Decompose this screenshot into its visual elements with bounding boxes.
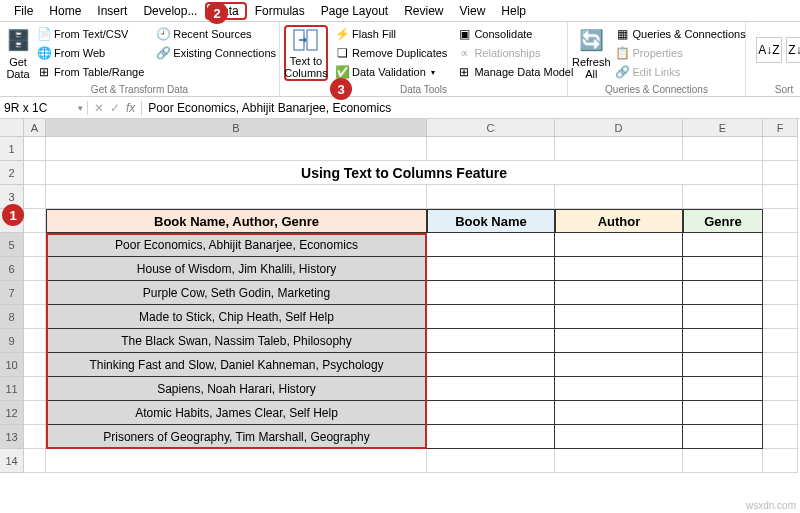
sort-az-button[interactable]: A↓Z <box>756 37 782 63</box>
consolidate-button[interactable]: ▣Consolidate <box>454 25 576 43</box>
data-cell[interactable]: Poor Economics, Abhijit Banarjee, Econom… <box>46 233 427 257</box>
data-cell[interactable]: Atomic Habits, James Clear, Self Help <box>46 401 427 425</box>
from-text-csv-button[interactable]: 📄From Text/CSV <box>34 25 147 43</box>
cell[interactable] <box>24 425 46 449</box>
row-header[interactable]: 6 <box>0 257 24 281</box>
cell[interactable] <box>683 329 763 353</box>
menu-view[interactable]: View <box>452 2 494 20</box>
cell[interactable] <box>24 161 46 185</box>
cell[interactable] <box>46 449 427 473</box>
col-header-f[interactable]: F <box>763 119 798 137</box>
queries-connections-button[interactable]: ▦Queries & Connections <box>613 25 749 43</box>
cell[interactable] <box>24 257 46 281</box>
data-cell[interactable]: Thinking Fast and Slow, Daniel Kahneman,… <box>46 353 427 377</box>
cell[interactable] <box>555 137 683 161</box>
row-header[interactable]: 12 <box>0 401 24 425</box>
data-cell[interactable]: Made to Stick, Chip Heath, Self Help <box>46 305 427 329</box>
text-to-columns-button[interactable]: Text to Columns <box>284 25 328 81</box>
manage-data-model-button[interactable]: ⊞Manage Data Model <box>454 63 576 81</box>
cell[interactable] <box>683 281 763 305</box>
table-header-e[interactable]: Genre <box>683 209 763 233</box>
edit-links-button[interactable]: 🔗Edit Links <box>613 63 749 81</box>
cell[interactable] <box>555 281 683 305</box>
cell[interactable] <box>24 185 46 209</box>
cell[interactable] <box>763 305 798 329</box>
cell[interactable] <box>46 137 427 161</box>
cell[interactable] <box>427 185 555 209</box>
chevron-down-icon[interactable]: ▾ <box>78 103 83 113</box>
cell[interactable] <box>683 257 763 281</box>
row-header[interactable]: 13 <box>0 425 24 449</box>
menu-home[interactable]: Home <box>41 2 89 20</box>
cell[interactable] <box>427 401 555 425</box>
row-header[interactable]: 14 <box>0 449 24 473</box>
get-data-button[interactable]: 🗄️ Get Data <box>4 25 32 81</box>
enter-icon[interactable]: ✓ <box>110 101 120 115</box>
remove-duplicates-button[interactable]: ❏Remove Duplicates <box>332 44 450 62</box>
menu-page-layout[interactable]: Page Layout <box>313 2 396 20</box>
cell[interactable] <box>763 353 798 377</box>
cell[interactable] <box>427 377 555 401</box>
cell[interactable] <box>763 257 798 281</box>
cell[interactable] <box>763 161 798 185</box>
menu-formulas[interactable]: Formulas <box>247 2 313 20</box>
sort-za-button[interactable]: Z↓A <box>786 37 800 63</box>
cell[interactable] <box>763 377 798 401</box>
cell[interactable] <box>24 377 46 401</box>
cell[interactable] <box>763 233 798 257</box>
cell[interactable] <box>24 353 46 377</box>
menu-file[interactable]: File <box>6 2 41 20</box>
cell[interactable] <box>24 401 46 425</box>
cell[interactable] <box>555 185 683 209</box>
from-table-range-button[interactable]: ⊞From Table/Range <box>34 63 147 81</box>
col-header-e[interactable]: E <box>683 119 763 137</box>
cell[interactable] <box>683 305 763 329</box>
cell[interactable] <box>427 425 555 449</box>
relationships-button[interactable]: ∝Relationships <box>454 44 576 62</box>
cell[interactable] <box>763 425 798 449</box>
fx-icon[interactable]: fx <box>126 101 135 115</box>
row-header[interactable]: 2 <box>0 161 24 185</box>
cell[interactable] <box>555 449 683 473</box>
cell[interactable] <box>427 329 555 353</box>
cell[interactable] <box>683 353 763 377</box>
select-all-corner[interactable] <box>0 119 24 137</box>
formula-bar[interactable]: Poor Economics, Abhijit Banarjee, Econom… <box>142 101 800 115</box>
name-box[interactable]: 9R x 1C ▾ <box>0 101 88 115</box>
properties-button[interactable]: 📋Properties <box>613 44 749 62</box>
col-header-d[interactable]: D <box>555 119 683 137</box>
cell[interactable] <box>24 233 46 257</box>
cell[interactable] <box>24 449 46 473</box>
data-cell[interactable]: Sapiens, Noah Harari, History <box>46 377 427 401</box>
col-header-a[interactable]: A <box>24 119 46 137</box>
cell[interactable] <box>555 233 683 257</box>
cell[interactable] <box>763 329 798 353</box>
cell[interactable] <box>555 353 683 377</box>
cell[interactable] <box>24 209 46 233</box>
cell[interactable] <box>427 281 555 305</box>
row-header[interactable]: 1 <box>0 137 24 161</box>
cell[interactable] <box>763 449 798 473</box>
cancel-icon[interactable]: ✕ <box>94 101 104 115</box>
cell[interactable] <box>683 233 763 257</box>
row-header[interactable]: 11 <box>0 377 24 401</box>
data-cell[interactable]: House of Wisdom, Jim Khalili, History <box>46 257 427 281</box>
recent-sources-button[interactable]: 🕘Recent Sources <box>153 25 279 43</box>
cell[interactable] <box>763 281 798 305</box>
row-header[interactable]: 10 <box>0 353 24 377</box>
row-header[interactable]: 8 <box>0 305 24 329</box>
cell[interactable] <box>555 257 683 281</box>
cell[interactable] <box>427 305 555 329</box>
cell[interactable] <box>46 185 427 209</box>
data-cell[interactable]: Prisoners of Geography, Tim Marshall, Ge… <box>46 425 427 449</box>
cell[interactable] <box>763 401 798 425</box>
existing-connections-button[interactable]: 🔗Existing Connections <box>153 44 279 62</box>
cell[interactable] <box>427 449 555 473</box>
flash-fill-button[interactable]: ⚡Flash Fill <box>332 25 450 43</box>
table-header-c[interactable]: Book Name <box>427 209 555 233</box>
col-header-c[interactable]: C <box>427 119 555 137</box>
menu-developer[interactable]: Develop... <box>135 2 205 20</box>
row-header[interactable]: 9 <box>0 329 24 353</box>
row-header[interactable]: 5 <box>0 233 24 257</box>
cell[interactable] <box>683 185 763 209</box>
